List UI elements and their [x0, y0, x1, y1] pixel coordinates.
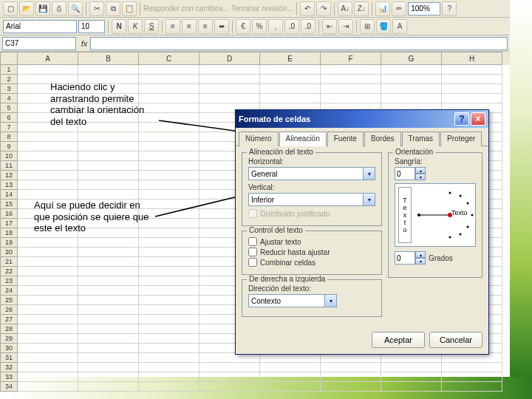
- cell[interactable]: [78, 324, 139, 334]
- sort-desc-icon[interactable]: Z↓: [354, 1, 369, 16]
- preview-icon[interactable]: 🔍: [68, 1, 83, 16]
- row-header[interactable]: 8: [0, 132, 18, 142]
- cell[interactable]: [139, 344, 200, 353]
- cell[interactable]: [78, 334, 139, 344]
- row-header[interactable]: 20: [0, 248, 18, 257]
- tab-font[interactable]: Fuente: [327, 132, 364, 146]
- align-center-icon[interactable]: ≡: [182, 19, 197, 34]
- cell[interactable]: [78, 132, 139, 142]
- new-icon[interactable]: ▢: [3, 1, 18, 16]
- zoom-combo[interactable]: 100%: [408, 2, 440, 16]
- cell[interactable]: [381, 363, 442, 372]
- row-header[interactable]: 19: [0, 238, 18, 248]
- cell[interactable]: [321, 65, 381, 75]
- fill-color-icon[interactable]: 🪣: [376, 19, 391, 34]
- row-header[interactable]: 14: [0, 190, 18, 200]
- ok-button[interactable]: Aceptar: [372, 332, 425, 348]
- cell[interactable]: [200, 382, 260, 392]
- cell[interactable]: [139, 248, 200, 257]
- cell[interactable]: [78, 142, 139, 151]
- row-header[interactable]: 27: [0, 315, 18, 324]
- paste-icon[interactable]: 📋: [122, 1, 137, 16]
- row-header[interactable]: 4: [0, 94, 18, 103]
- row-header[interactable]: 9: [0, 142, 18, 151]
- cell[interactable]: [139, 257, 200, 267]
- cancel-button[interactable]: Cancelar: [429, 332, 482, 348]
- row-header[interactable]: 12: [0, 171, 18, 180]
- cell[interactable]: [18, 248, 78, 257]
- direction-combo[interactable]: Contexto▾: [248, 294, 337, 307]
- cell[interactable]: [18, 276, 78, 286]
- cell[interactable]: [200, 65, 260, 75]
- comma-icon[interactable]: ,: [268, 19, 283, 34]
- row-header[interactable]: 5: [0, 103, 18, 113]
- dec-decimal-icon[interactable]: .0: [301, 19, 316, 34]
- percent-icon[interactable]: %: [252, 19, 267, 34]
- cell[interactable]: [78, 353, 139, 363]
- font-color-icon[interactable]: A: [392, 19, 407, 34]
- cell[interactable]: [78, 296, 139, 305]
- cell[interactable]: [139, 382, 200, 392]
- row-header[interactable]: 18: [0, 228, 18, 238]
- row-header[interactable]: 16: [0, 209, 18, 219]
- save-icon[interactable]: 💾: [35, 1, 50, 16]
- cell[interactable]: [78, 286, 139, 296]
- cell[interactable]: [260, 65, 321, 75]
- cell[interactable]: [442, 382, 502, 392]
- col-header[interactable]: A: [18, 52, 78, 65]
- cell[interactable]: [139, 190, 200, 200]
- row-header[interactable]: 23: [0, 276, 18, 286]
- cell[interactable]: [381, 372, 442, 382]
- cell[interactable]: [139, 161, 200, 171]
- select-all-corner[interactable]: [0, 52, 18, 65]
- tab-alignment[interactable]: Alineación: [279, 132, 327, 146]
- cell[interactable]: [442, 372, 502, 382]
- cell[interactable]: [442, 84, 502, 94]
- cell[interactable]: [18, 257, 78, 267]
- cell[interactable]: [78, 257, 139, 267]
- dec-indent-icon[interactable]: ⇤: [322, 19, 337, 34]
- col-header[interactable]: B: [78, 52, 139, 65]
- help-button[interactable]: ?: [454, 112, 469, 126]
- open-icon[interactable]: 📂: [19, 1, 34, 16]
- cell[interactable]: [139, 372, 200, 382]
- cell[interactable]: [321, 372, 381, 382]
- row-header[interactable]: 10: [0, 151, 18, 161]
- cell[interactable]: [139, 276, 200, 286]
- fx-icon[interactable]: fx: [78, 38, 90, 50]
- cell[interactable]: [260, 75, 321, 84]
- orientation-control[interactable]: Texto Texto: [395, 183, 476, 247]
- formula-bar[interactable]: [90, 37, 508, 50]
- cell[interactable]: [139, 65, 200, 75]
- row-header[interactable]: 17: [0, 219, 18, 228]
- cell[interactable]: [139, 171, 200, 180]
- cell[interactable]: [139, 334, 200, 344]
- chart-icon[interactable]: 📊: [375, 1, 390, 16]
- cell[interactable]: [321, 75, 381, 84]
- vertical-combo[interactable]: Inferior▾: [248, 193, 375, 206]
- cell[interactable]: [200, 75, 260, 84]
- tab-borders[interactable]: Bordes: [364, 132, 401, 146]
- cell[interactable]: [260, 363, 321, 372]
- row-header[interactable]: 1: [0, 65, 18, 75]
- merge-icon[interactable]: ⬌: [214, 19, 229, 34]
- indent-spinner[interactable]: ▴▾: [395, 167, 476, 180]
- row-header[interactable]: 24: [0, 286, 18, 296]
- cell[interactable]: [321, 382, 381, 392]
- sort-asc-icon[interactable]: A↓: [338, 1, 352, 16]
- cell[interactable]: [78, 276, 139, 286]
- cell[interactable]: [260, 372, 321, 382]
- cell[interactable]: [260, 94, 321, 103]
- cell[interactable]: [78, 65, 139, 75]
- underline-icon[interactable]: S: [144, 19, 159, 34]
- row-header[interactable]: 3: [0, 84, 18, 94]
- row-header[interactable]: 34: [0, 382, 18, 392]
- cell[interactable]: [260, 382, 321, 392]
- cell[interactable]: [78, 238, 139, 248]
- cell[interactable]: [200, 372, 260, 382]
- row-header[interactable]: 32: [0, 363, 18, 372]
- merge-cells-checkbox[interactable]: Combinar celdas: [248, 258, 375, 267]
- drawing-icon[interactable]: ✏: [392, 1, 406, 16]
- cell[interactable]: [200, 84, 260, 94]
- cell[interactable]: [321, 363, 381, 372]
